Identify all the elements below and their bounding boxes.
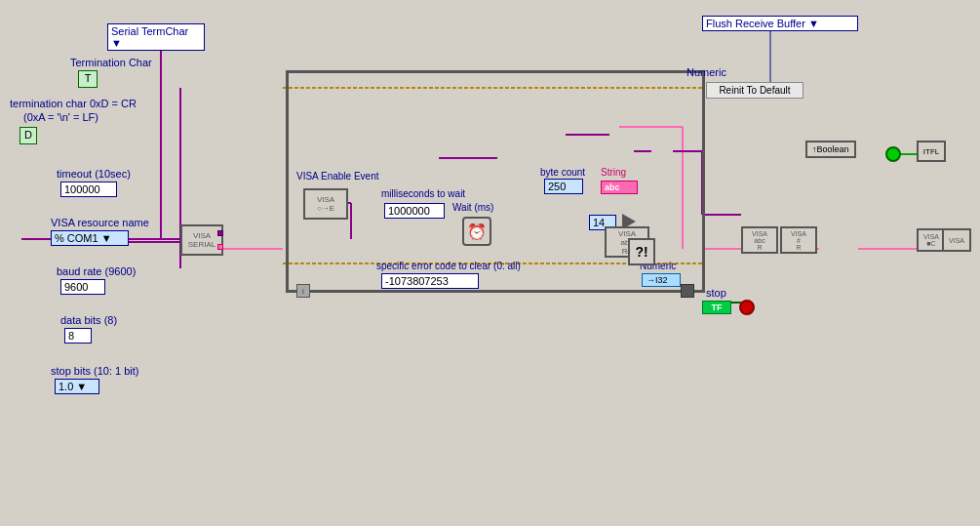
data-bits-value[interactable]: 8 [64,328,92,344]
error-node: ?! [628,238,655,265]
byte-count-label: byte count [540,167,585,178]
d-value-box[interactable]: D [20,127,37,144]
tf-indicator: TF [702,301,731,314]
boolean-led [885,146,901,162]
visa-write-block-2: VISA [942,228,971,252]
termination-char-label: Termination Char [70,57,152,68]
wait-ms-label: Wait (ms) [452,202,493,213]
visa-enable-event-block: VISA○→E [303,188,348,220]
timeout-value[interactable]: 100000 [60,182,117,197]
visa-resource-label: VISA resource name [51,217,149,228]
termchar-hex2-label: (0xA = '\n' = LF) [23,111,98,123]
string-indicator: abc [601,181,638,194]
stop-bits-value[interactable]: 1.0 ▼ [55,379,99,394]
numeric-top-label: Numeric [686,66,726,78]
milliseconds-label: milliseconds to wait [381,188,465,199]
specific-error-value[interactable]: -1073807253 [381,273,479,289]
string-label: String [601,167,626,178]
diagram-canvas: Flush Receive Buffer ▼ Serial TermChar ▼… [0,0,980,526]
timeout-label: timeout (10sec) [57,168,131,180]
specific-error-label: specific error code to clear (0: all) [376,261,521,271]
byte-count-value[interactable]: 250 [544,179,583,194]
itfl-block: ITFL [917,141,946,162]
visa-close-block-2: VISA#R [780,226,817,254]
termchar-t-value[interactable]: T [78,70,98,88]
visa-resource-dropdown[interactable]: % COM1 ▼ [51,230,129,246]
baud-rate-label: baud rate (9600) [57,265,136,277]
flush-receive-buffer-dropdown[interactable]: Flush Receive Buffer ▼ [702,16,858,31]
termchar-hex-label: termination char 0xD = CR [10,98,137,109]
visa-open-block: VISASERIAL [180,224,223,256]
serial-termchar-dropdown[interactable]: Serial TermChar ▼ [107,23,205,51]
clock-icon: ⏰ [467,223,487,241]
reinit-to-default-button[interactable]: Reinit To Default [706,82,804,99]
data-bits-label: data bits (8) [60,314,117,326]
baud-rate-value[interactable]: 9600 [60,279,105,295]
visa-close-block-1: VISAabcR [741,226,778,254]
boolean-arrow-node: ↑Boolean [805,141,856,158]
milliseconds-value[interactable]: 1000000 [384,203,445,219]
stop-bits-label: stop bits (10: 1 bit) [51,365,139,377]
stop-button[interactable] [739,300,755,315]
wait-ms-node: ⏰ [462,217,491,246]
stop-label: stop [706,287,726,299]
numeric-indicator: →I32 [642,273,681,287]
visa-enable-event-label: VISA Enable Event [296,171,379,182]
